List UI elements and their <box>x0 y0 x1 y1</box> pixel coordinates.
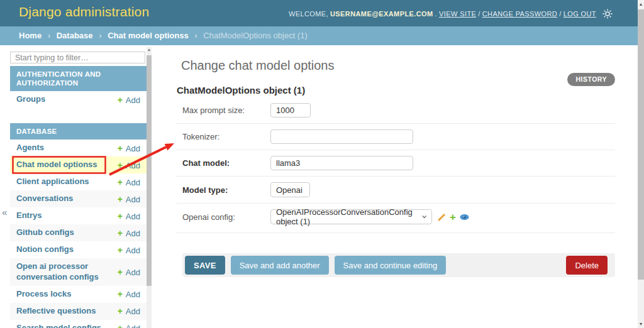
breadcrumb-separator: › <box>99 31 101 40</box>
plus-icon: + <box>118 143 123 153</box>
link-separator: / <box>559 10 561 18</box>
tokenizer-label: Tokenizer: <box>182 132 270 141</box>
add-link-chat-model-optionss[interactable]: + Add <box>118 160 140 170</box>
model-type-selected-value: Openai <box>276 185 303 195</box>
view-site-link[interactable]: VIEW SITE <box>439 10 476 18</box>
sidebar-collapse-toggle[interactable]: « <box>2 207 7 217</box>
save-add-another-button[interactable]: Save and add another <box>231 256 329 275</box>
plus-icon: + <box>118 160 123 170</box>
save-button[interactable]: SAVE <box>185 256 225 275</box>
max-prompt-size-label: Max prompt size: <box>182 106 270 115</box>
model-type-label: Model type: <box>182 185 270 195</box>
delete-button[interactable]: Delete <box>566 256 608 275</box>
sidebar-scrollbar-thumb[interactable] <box>147 55 152 286</box>
form-row-model-type: Model type: Openai <box>176 177 615 204</box>
sidebar-item-agents[interactable]: Agents <box>16 139 44 156</box>
main-content: Change chat model options HISTORY ChatMo… <box>176 47 615 277</box>
add-link-groups[interactable]: + Add <box>118 95 140 105</box>
sidebar-item-groups[interactable]: Groups <box>16 91 45 108</box>
username: USERNAME@EXAMPLE.COM <box>330 10 433 18</box>
form-row-tokenizer: Tokenizer: <box>176 124 615 150</box>
form-row-chat-model: Chat model: <box>176 150 615 177</box>
site-branding[interactable]: Django administration <box>19 4 149 19</box>
add-link-github-configs[interactable]: + Add <box>118 228 140 238</box>
object-title: ChatModelOptions object (1) <box>177 85 615 96</box>
module-header-authentication-and-authorization: AUTHENTICATION AND AUTHORIZATION <box>10 66 147 91</box>
sidebar-item-chat-model-optionss[interactable]: Chat model optionss <box>16 156 97 173</box>
add-link-process-locks[interactable]: + Add <box>118 289 140 299</box>
sidebar-item-notion-configs[interactable]: Notion configs <box>16 241 74 258</box>
plus-icon: + <box>118 194 123 204</box>
openai-config-select[interactable]: OpenAIProcessorConversationConfig object… <box>270 209 432 224</box>
sidebar-row-groups: Groups+ Add <box>10 91 147 108</box>
breadcrumb-chat-model-optionss[interactable]: Chat model optionss <box>108 31 189 40</box>
change-form: Max prompt size: Tokenizer: Chat model: … <box>176 97 615 233</box>
sidebar-item-entrys[interactable]: Entrys <box>16 207 42 224</box>
sidebar-row-agents: Agents+ Add <box>10 139 147 156</box>
sidebar-row-search-model-configs: Search model configs+ Add <box>10 320 147 328</box>
sidebar-filter-input[interactable] <box>10 52 145 63</box>
openai-config-selected-value: OpenAIProcessorConversationConfig object… <box>276 207 417 226</box>
sidebar-row-github-configs: Github configs+ Add <box>10 224 147 241</box>
module-gap <box>10 108 147 123</box>
edit-related-button[interactable] <box>438 213 446 221</box>
breadcrumb: Home › Database › Chat model optionss › … <box>0 26 638 45</box>
plus-icon: + <box>118 267 123 277</box>
history-button[interactable]: HISTORY <box>567 73 615 86</box>
logout-link[interactable]: LOG OUT <box>564 10 596 18</box>
annotation-arrow-head <box>165 143 174 151</box>
add-link-search-model-configs[interactable]: + Add <box>118 323 140 328</box>
breadcrumb-database[interactable]: Database <box>57 31 93 40</box>
sidebar-item-search-model-configs[interactable]: Search model configs <box>16 320 101 328</box>
add-link-notion-configs[interactable]: + Add <box>118 245 140 255</box>
welcome-text: WELCOME, <box>289 10 328 18</box>
view-related-button[interactable] <box>460 214 469 221</box>
user-tools: WELCOME, USERNAME@EXAMPLE.COM. VIEW SITE… <box>289 9 613 19</box>
add-link-open-ai-processor-conversation-configs[interactable]: + Add <box>118 267 140 277</box>
breadcrumb-separator: › <box>48 31 50 40</box>
add-link-conversations[interactable]: + Add <box>118 194 140 204</box>
link-separator: / <box>478 10 480 18</box>
sidebar-item-process-locks[interactable]: Process locks <box>16 286 71 303</box>
add-link-client-applications[interactable]: + Add <box>118 177 140 187</box>
breadcrumb-home[interactable]: Home <box>19 31 42 40</box>
eye-icon <box>460 214 469 221</box>
scroll-down-icon[interactable]: ▼ <box>638 322 644 326</box>
scroll-up-icon[interactable]: ▲ <box>638 2 644 6</box>
sidebar-modules: AUTHENTICATION AND AUTHORIZATIONGroups+ … <box>10 66 147 328</box>
add-related-button[interactable]: + <box>450 213 456 221</box>
plus-icon: + <box>118 306 123 316</box>
save-continue-editing-button[interactable]: Save and continue editing <box>335 256 447 275</box>
theme-toggle-button[interactable] <box>602 9 613 19</box>
add-link-agents[interactable]: + Add <box>118 143 140 153</box>
change-password-link[interactable]: CHANGE PASSWORD <box>482 10 557 18</box>
plus-icon: + <box>118 289 123 299</box>
sidebar-item-client-applications[interactable]: Client applications <box>16 173 89 190</box>
add-link-entrys[interactable]: + Add <box>118 211 140 221</box>
chat-model-input[interactable] <box>270 156 413 170</box>
django-admin-window: Django administration WELCOME, USERNAME@… <box>0 0 644 328</box>
sidebar-item-reflective-questions[interactable]: Reflective questions <box>16 303 96 320</box>
max-prompt-size-input[interactable] <box>270 103 311 118</box>
sun-icon <box>602 9 613 19</box>
sidebar-row-conversations: Conversations+ Add <box>10 190 147 207</box>
add-link-reflective-questions[interactable]: + Add <box>118 306 140 316</box>
tokenizer-input[interactable] <box>270 129 413 144</box>
nav-sidebar: AUTHENTICATION AND AUTHORIZATIONGroups+ … <box>10 52 147 328</box>
username-period: . <box>435 10 437 18</box>
form-row-max-prompt-size: Max prompt size: <box>176 97 615 124</box>
plus-icon: + <box>118 211 123 221</box>
sidebar-row-client-applications: Client applications+ Add <box>10 173 147 190</box>
plus-icon: + <box>118 228 123 238</box>
page-scrollbar[interactable]: ▲ ▼ <box>638 0 644 328</box>
model-type-select[interactable]: Openai <box>270 182 310 197</box>
sidebar-item-github-configs[interactable]: Github configs <box>16 224 74 241</box>
sidebar-row-open-ai-processor-conversation-configs: Open ai processor conversation configs+ … <box>10 258 147 286</box>
sidebar-scrollbar[interactable]: ▲ <box>147 47 152 328</box>
scroll-up-icon[interactable]: ▲ <box>147 48 152 52</box>
sidebar-item-open-ai-processor-conversation-configs[interactable]: Open ai processor conversation configs <box>16 258 112 286</box>
openai-config-label: Openai config: <box>182 212 270 222</box>
plus-icon: + <box>118 323 123 328</box>
sidebar-item-conversations[interactable]: Conversations <box>16 190 73 207</box>
page-scrollbar-thumb[interactable] <box>638 9 644 280</box>
